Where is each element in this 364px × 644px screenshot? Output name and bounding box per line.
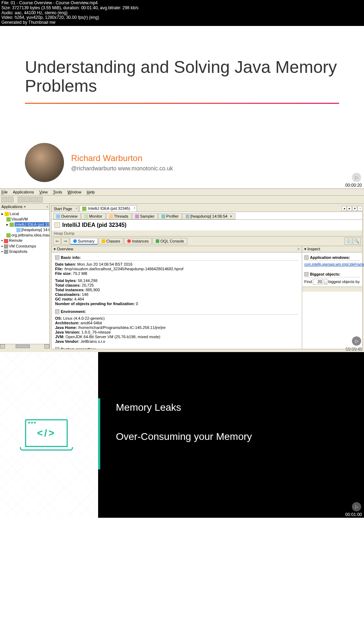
main-toolbar (0, 196, 364, 204)
panel-minimize-icon[interactable]: ▫ (47, 204, 48, 209)
subtab-sampler[interactable]: Sampler (132, 213, 158, 219)
file-path: /tmp/visualvm.dat/localhost_32345/heapdu… (64, 267, 183, 271)
close-icon[interactable]: × (76, 207, 77, 210)
visualvm-window: File Applications View Tools Window Help… (0, 188, 364, 352)
toolbar-icon[interactable] (31, 197, 36, 202)
laptop-code-icon: </> (25, 419, 73, 451)
subtab-overview[interactable]: Overview (53, 213, 81, 219)
seg-classes[interactable]: Classes (98, 238, 123, 244)
subtab-heapdump[interactable]: [heapdump] 14:06:54× (182, 213, 235, 219)
remote-icon (4, 239, 8, 243)
find-label: Find (304, 280, 312, 284)
section-icon (304, 255, 309, 260)
section-icon (55, 309, 59, 314)
tree-coredumps[interactable]: VM Coredumps (9, 244, 36, 248)
os: Linux (4.4.0-22-generic) (63, 316, 105, 320)
sys-props-title: System properties: (61, 347, 96, 349)
spinner[interactable] (324, 279, 327, 284)
tab-next-icon[interactable]: ▸ (347, 206, 352, 211)
environment-title: Environment: (61, 309, 86, 314)
close-icon[interactable]: × (298, 247, 300, 251)
threads-icon (109, 214, 113, 218)
tab-start-page[interactable]: Start Page× (51, 206, 79, 212)
subtab-profiler[interactable]: Profiler (158, 213, 182, 219)
tree-hscroll[interactable] (0, 344, 49, 349)
seg-oql[interactable]: OQL Console (152, 238, 187, 244)
title-slide: Understanding and Solving Java Memory Pr… (0, 26, 364, 188)
tree-remote[interactable]: Remote (9, 238, 23, 243)
tree-visualvm[interactable]: VisualVM (11, 217, 28, 221)
tree-heapdump[interactable]: [heapdump] 14:06:54 (21, 228, 49, 232)
meta-file: File: 01 - Course Overview - Course Over… (1, 1, 363, 6)
menu-applications[interactable]: Applications (13, 190, 34, 194)
seg-instances[interactable]: Instances (124, 238, 152, 244)
total-classes: 20,725 (82, 283, 94, 287)
course-title: Understanding and Solving Java Memory Pr… (25, 58, 339, 96)
forward-button[interactable]: ⇨ (61, 238, 69, 245)
back-button[interactable]: ⇦ (53, 238, 61, 245)
panel-title: ▾ Overview (54, 247, 73, 251)
toolbar-icon[interactable] (1, 197, 7, 202)
panel-title: ▾ Inspect (304, 247, 320, 251)
find-rest: biggest objects by retaine (328, 280, 360, 284)
topic-over-consuming: Over-Consuming your Memory (116, 431, 346, 442)
menu-tools[interactable]: Tools (53, 190, 62, 194)
java-home: /home/richard/Programs/idea-IC-145.258.1… (78, 325, 166, 330)
tree-intellij[interactable]: IntelliJ IDEA (pid 32345) (15, 222, 49, 227)
reload-icon[interactable] (54, 222, 60, 228)
avatar (25, 143, 64, 182)
pending-finalization: 0 (136, 302, 138, 306)
tab-max-icon[interactable]: ▫ (358, 206, 363, 211)
toolbar-icon[interactable] (18, 197, 23, 202)
biggest-objects-title: Biggest objects: (310, 272, 341, 276)
topic-memory-leaks: Memory Leaks (116, 402, 346, 413)
menu-help[interactable]: Help (87, 190, 95, 194)
jvm: OpenJDK 64-Bit Server VM (25.76-b198, mi… (65, 335, 160, 339)
toolbar-icon[interactable] (37, 197, 43, 202)
app-icon (82, 207, 86, 211)
tree-local[interactable]: Local (10, 212, 19, 216)
heap-title-bar: IntelliJ IDEA (pid 32345) (51, 220, 363, 230)
subtab-monitor[interactable]: Monitor (81, 213, 106, 219)
date-taken: Mon Jun 20 14:06:54 BST 2016 (77, 262, 132, 266)
classes-icon (102, 239, 105, 243)
inspect-hscroll[interactable] (302, 287, 362, 292)
close-icon[interactable]: × (134, 206, 135, 210)
heapdump-icon (16, 228, 21, 232)
applications-tree[interactable]: ▸ Local VisualVM ▸ IntelliJ IDEA (pid 32… (0, 210, 49, 344)
heapdump-icon (186, 214, 189, 218)
tab-list-icon[interactable]: ▾ (352, 206, 357, 211)
close-icon[interactable]: × (230, 214, 232, 218)
seg-summary[interactable]: Summary (70, 238, 98, 245)
find-count-input[interactable] (313, 279, 323, 284)
snapshot-icon (4, 250, 8, 254)
tab-prev-icon[interactable]: ◂ (342, 206, 347, 211)
info-button[interactable]: ⓘ (344, 238, 352, 245)
tab-intellij[interactable]: IntelliJ IDEA (pid 32345)× (80, 205, 137, 212)
sampler-icon (135, 214, 139, 218)
topics-slide: </> Memory Leaks Over-Consuming your Mem… (0, 352, 364, 518)
applications-panel-title: Applications × (1, 204, 26, 209)
author-name: Richard Warburton (71, 153, 173, 163)
tab-nav: ◂ ▸ ▾ ▫ (342, 206, 363, 211)
menu-file[interactable]: File (1, 190, 8, 194)
app-window-link[interactable]: com.intellij.openapi.wm.impl.IdeFrameIm (304, 262, 364, 266)
timestamp-3: 00:01:00 (345, 512, 362, 517)
view-subtabs: Overview Monitor Threads Sampler Profile… (51, 212, 363, 220)
menu-view[interactable]: View (39, 190, 48, 194)
menu-window[interactable]: Window (68, 190, 81, 194)
play-icon: ▷ (352, 336, 361, 346)
toolbar-icon[interactable] (8, 197, 14, 202)
basic-info-title: Basic info: (61, 255, 81, 260)
heap-toolbar: ⇦ ⇨ Summary Classes Instances OQL Consol… (51, 236, 363, 246)
oql-icon (156, 239, 159, 243)
tree-snapshots[interactable]: Snapshots (9, 249, 27, 254)
subtab-threads[interactable]: Threads (106, 213, 132, 219)
tree-maven[interactable]: org.jetbrains.idea.maven.s (11, 233, 49, 237)
play-icon: ▷ (352, 502, 361, 511)
app-windows-title: Application windows: (310, 255, 350, 260)
author-handle: @richardwarburto www.monotonic.co.uk (71, 165, 173, 172)
search-button[interactable]: 🔍 (353, 238, 361, 245)
coredump-icon (4, 244, 8, 249)
toolbar-icon[interactable] (24, 197, 30, 202)
